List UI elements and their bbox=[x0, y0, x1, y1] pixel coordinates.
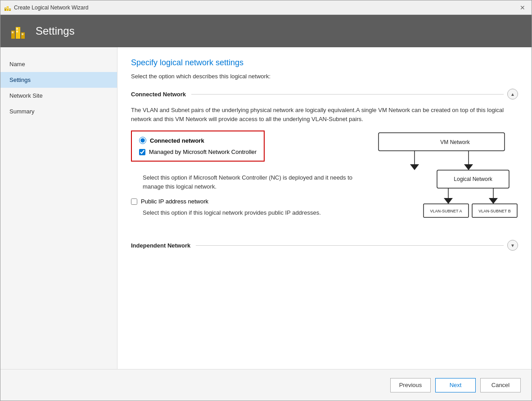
wizard-header-title: Settings bbox=[36, 25, 75, 37]
options-box: Connected network Managed by Microsoft N… bbox=[131, 131, 265, 162]
main-content: Specify logical network settings Select … bbox=[117, 47, 532, 369]
svg-text:Logical  Network: Logical Network bbox=[454, 176, 492, 182]
wizard-header: Settings bbox=[0, 15, 532, 47]
independent-network-header: Independent Network ▼ bbox=[131, 240, 518, 251]
independent-section-divider bbox=[196, 245, 504, 246]
wizard-footer: Previous Next Cancel bbox=[0, 369, 532, 401]
connected-network-title: Connected Network bbox=[131, 91, 186, 98]
content-intro: Select the option which describes this l… bbox=[131, 73, 518, 80]
titlebar-icon bbox=[4, 4, 11, 11]
sidebar-item-summary[interactable]: Summary bbox=[0, 104, 117, 119]
wizard-window: Create Logical Network Wizard ✕ Settings… bbox=[0, 0, 532, 401]
svg-rect-3 bbox=[5, 8, 6, 9]
connected-network-toggle[interactable]: ▲ bbox=[507, 89, 518, 99]
sidebar-item-name[interactable]: Name bbox=[0, 56, 117, 72]
network-diagram: VM Network Logical Network bbox=[365, 131, 518, 231]
next-button[interactable]: Next bbox=[435, 378, 476, 392]
svg-rect-10 bbox=[12, 32, 14, 33]
previous-button[interactable]: Previous bbox=[390, 378, 431, 392]
cancel-button[interactable]: Cancel bbox=[480, 378, 521, 392]
independent-network-toggle[interactable]: ▼ bbox=[507, 240, 518, 251]
svg-marker-19 bbox=[464, 164, 473, 170]
svg-text:VLAN-SUBNET A: VLAN-SUBNET A bbox=[430, 209, 462, 213]
content-title: Specify logical network settings bbox=[131, 58, 518, 68]
public-ip-checkbox[interactable] bbox=[131, 198, 137, 205]
connected-network-radio[interactable] bbox=[139, 137, 146, 144]
connected-network-description: The VLAN and Subnet pairs of the underly… bbox=[131, 106, 518, 123]
svg-marker-25 bbox=[489, 198, 498, 204]
connected-network-header: Connected Network ▲ bbox=[131, 89, 518, 99]
sidebar-item-settings[interactable]: Settings bbox=[0, 72, 117, 88]
sidebar: Name Settings Network Site Summary bbox=[0, 47, 117, 369]
public-ip-label: Public IP address network bbox=[141, 198, 208, 205]
options-column: Connected network Managed by Microsoft N… bbox=[131, 131, 354, 217]
close-button[interactable]: ✕ bbox=[517, 4, 528, 12]
content-area: Specify logical network settings Select … bbox=[117, 47, 532, 369]
title-bar-left: Create Logical Network Wizard bbox=[4, 4, 88, 11]
svg-text:VM Network: VM Network bbox=[440, 139, 470, 145]
title-bar: Create Logical Network Wizard ✕ bbox=[0, 0, 532, 15]
diagram-svg: VM Network Logical Network bbox=[365, 131, 518, 230]
connected-network-radio-label: Connected network bbox=[150, 137, 204, 144]
managed-by-nc-checkbox-option: Managed by Microsoft Network Controller bbox=[139, 149, 257, 155]
svg-rect-4 bbox=[7, 7, 8, 8]
managed-by-nc-checkbox[interactable] bbox=[139, 149, 145, 155]
svg-marker-23 bbox=[444, 198, 453, 204]
managed-by-nc-label: Managed by Microsoft Network Controller bbox=[149, 149, 257, 155]
options-diagram-row: Connected network Managed by Microsoft N… bbox=[131, 131, 518, 231]
svg-text:VLAN-SUBNET B: VLAN-SUBNET B bbox=[478, 209, 510, 213]
sidebar-item-network-site[interactable]: Network Site bbox=[0, 88, 117, 104]
svg-rect-6 bbox=[9, 9, 10, 10]
public-ip-description: Select this option if this logical netwo… bbox=[143, 208, 354, 217]
wizard-body: Name Settings Network Site Summary Speci… bbox=[0, 47, 532, 369]
public-ip-option: Public IP address network bbox=[131, 198, 354, 205]
svg-marker-17 bbox=[410, 164, 419, 170]
connected-network-radio-option: Connected network bbox=[139, 137, 257, 144]
svg-rect-13 bbox=[22, 33, 23, 35]
header-icon bbox=[9, 22, 28, 41]
independent-network-title: Independent Network bbox=[131, 242, 190, 249]
svg-rect-12 bbox=[16, 31, 18, 32]
nc-description: Select this option if Microsoft Network … bbox=[143, 173, 354, 191]
svg-rect-5 bbox=[7, 8, 8, 9]
window-title: Create Logical Network Wizard bbox=[14, 5, 88, 11]
svg-rect-11 bbox=[16, 28, 18, 30]
section-divider bbox=[191, 94, 504, 95]
